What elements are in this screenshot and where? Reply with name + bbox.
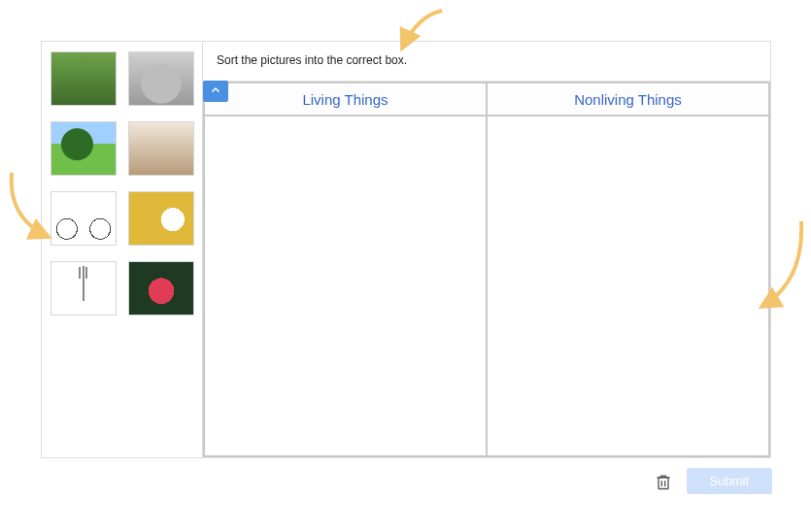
instruction-text: Sort the pictures into the correct box. (203, 42, 770, 82)
chevron-up-icon (210, 84, 221, 99)
bottom-bar: Submit (654, 468, 772, 494)
drop-column-living: Living Things (203, 82, 488, 457)
svg-rect-0 (659, 477, 668, 488)
tile-deer[interactable] (128, 121, 194, 176)
tile-dog[interactable] (128, 191, 194, 246)
column-header-living: Living Things (205, 83, 486, 116)
work-area: Sort the pictures into the correct box. … (203, 42, 770, 457)
tile-frog[interactable] (51, 51, 117, 106)
tile-rock[interactable] (128, 51, 194, 106)
collapse-button[interactable] (203, 81, 228, 102)
drop-column-nonliving: Nonliving Things (488, 82, 770, 457)
picture-palette (42, 42, 203, 457)
tile-fork[interactable] (51, 261, 117, 316)
drop-zone-living[interactable] (205, 116, 486, 455)
tile-tree[interactable] (51, 121, 117, 176)
tile-bicycle[interactable] (51, 191, 117, 246)
drop-columns: Living Things Nonliving Things (203, 82, 770, 457)
activity-frame: Sort the pictures into the correct box. … (41, 41, 771, 458)
drop-zone-nonliving[interactable] (488, 116, 768, 455)
tile-flower[interactable] (128, 261, 194, 316)
submit-button[interactable]: Submit (687, 468, 772, 494)
trash-icon (654, 471, 673, 492)
trash-button[interactable] (654, 471, 673, 492)
column-header-nonliving: Nonliving Things (488, 83, 768, 116)
